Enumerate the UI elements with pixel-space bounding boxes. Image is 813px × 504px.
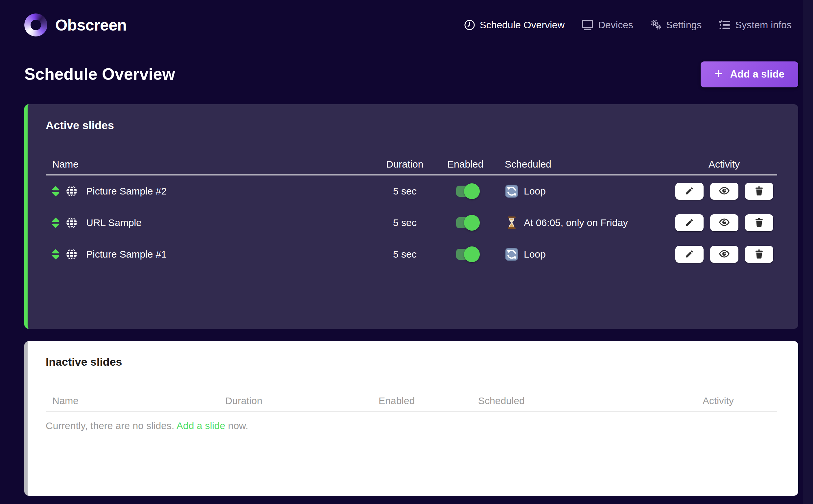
nav-item-schedule-overview[interactable]: Schedule Overview bbox=[464, 19, 565, 31]
slide-name: Picture Sample #1 bbox=[86, 249, 167, 260]
column-header-enabled: Enabled bbox=[379, 395, 478, 411]
add-a-slide-link[interactable]: Add a slide bbox=[176, 420, 225, 431]
title-row: Schedule Overview + Add a slide bbox=[24, 61, 798, 87]
preview-button[interactable] bbox=[710, 214, 738, 231]
globe-icon bbox=[66, 217, 78, 229]
enabled-toggle[interactable] bbox=[456, 217, 477, 228]
page-root: Obscreen Schedule Overview bbox=[0, 0, 813, 496]
globe-icon bbox=[66, 185, 78, 197]
trash-icon bbox=[755, 186, 763, 196]
column-header-activity: Activity bbox=[671, 159, 777, 174]
preview-button[interactable] bbox=[710, 246, 738, 263]
nav-item-system-infos[interactable]: System infos bbox=[719, 19, 792, 31]
inactive-table-header: Name Duration Enabled Scheduled Activity bbox=[46, 387, 777, 412]
slide-name: Picture Sample #2 bbox=[86, 186, 167, 197]
column-header-duration: Duration bbox=[386, 159, 447, 174]
nav-label: Settings bbox=[666, 19, 702, 31]
sort-arrows-icon[interactable] bbox=[52, 217, 60, 228]
column-header-scheduled: Scheduled bbox=[505, 159, 671, 174]
inactive-slides-title: Inactive slides bbox=[46, 355, 777, 368]
hourglass-icon bbox=[505, 216, 519, 229]
sort-arrows-icon[interactable] bbox=[52, 249, 60, 260]
enabled-toggle[interactable] bbox=[456, 186, 477, 197]
enabled-toggle[interactable] bbox=[456, 249, 477, 260]
pencil-icon bbox=[685, 186, 694, 196]
slide-name: URL Sample bbox=[86, 217, 142, 228]
loop-icon bbox=[505, 185, 519, 198]
pencil-icon bbox=[685, 218, 694, 228]
add-a-slide-label: Add a slide bbox=[730, 68, 784, 80]
edit-button[interactable] bbox=[675, 214, 704, 231]
preview-button[interactable] bbox=[710, 183, 738, 200]
trash-icon bbox=[755, 218, 763, 228]
eye-icon bbox=[719, 187, 730, 195]
gears-icon bbox=[650, 19, 662, 31]
empty-state: Currently, there are no slides. Add a sl… bbox=[46, 412, 777, 431]
clock-icon bbox=[464, 19, 475, 31]
table-row: Picture Sample #1 5 sec bbox=[46, 239, 777, 270]
nav-label: Schedule Overview bbox=[480, 19, 565, 31]
eye-icon bbox=[719, 250, 730, 259]
empty-state-text: now. bbox=[225, 420, 248, 431]
obscreen-logo-icon bbox=[24, 13, 47, 36]
column-header-duration: Duration bbox=[225, 395, 379, 411]
pencil-icon bbox=[685, 249, 694, 260]
checklist-icon bbox=[719, 20, 731, 30]
delete-button[interactable] bbox=[745, 214, 773, 231]
scrollbar-track[interactable] bbox=[803, 0, 813, 504]
active-slides-table: Name Duration Enabled Scheduled Activity bbox=[46, 150, 777, 270]
column-header-activity: Activity bbox=[703, 395, 777, 411]
page-title: Schedule Overview bbox=[24, 65, 175, 84]
schedule-label: Loop bbox=[524, 249, 546, 260]
main-nav: Schedule Overview Devices bbox=[464, 19, 792, 31]
app-header: Obscreen Schedule Overview bbox=[24, 0, 798, 37]
empty-state-text: Currently, there are no slides. bbox=[46, 420, 176, 431]
edit-button[interactable] bbox=[675, 183, 704, 200]
add-a-slide-button[interactable]: + Add a slide bbox=[701, 61, 798, 87]
column-header-scheduled: Scheduled bbox=[478, 395, 703, 411]
nav-item-devices[interactable]: Devices bbox=[582, 19, 633, 31]
table-row: Picture Sample #2 5 sec bbox=[46, 175, 777, 207]
trash-icon bbox=[755, 249, 763, 260]
column-header-enabled: Enabled bbox=[447, 159, 505, 174]
sort-arrows-icon[interactable] bbox=[52, 186, 60, 197]
schedule-label: Loop bbox=[524, 186, 546, 197]
nav-label: Devices bbox=[598, 19, 633, 31]
column-header-name: Name bbox=[46, 395, 225, 411]
loop-icon bbox=[505, 248, 519, 261]
brand-name: Obscreen bbox=[55, 16, 127, 34]
active-slides-title: Active slides bbox=[46, 119, 777, 132]
edit-button[interactable] bbox=[675, 246, 704, 263]
brand: Obscreen bbox=[24, 13, 127, 36]
slide-duration: 5 sec bbox=[386, 217, 447, 228]
monitor-icon bbox=[582, 19, 593, 31]
slide-duration: 5 sec bbox=[386, 249, 447, 260]
schedule-label: At 06:05, only on Friday bbox=[524, 217, 628, 228]
nav-item-settings[interactable]: Settings bbox=[650, 19, 702, 31]
globe-icon bbox=[66, 248, 78, 260]
plus-icon: + bbox=[714, 66, 723, 81]
nav-label: System infos bbox=[735, 19, 792, 31]
delete-button[interactable] bbox=[745, 183, 773, 200]
slide-duration: 5 sec bbox=[386, 186, 447, 197]
inactive-slides-panel: Inactive slides Name Duration Enabled Sc… bbox=[24, 341, 798, 496]
active-table-header: Name Duration Enabled Scheduled Activity bbox=[46, 150, 777, 175]
active-slides-panel: Active slides Name Duration Enabled Sche… bbox=[24, 104, 798, 329]
inactive-slides-table: Name Duration Enabled Scheduled Activity… bbox=[46, 387, 777, 431]
delete-button[interactable] bbox=[745, 246, 773, 263]
eye-icon bbox=[719, 218, 730, 227]
column-header-name: Name bbox=[46, 159, 386, 174]
table-row: URL Sample 5 sec bbox=[46, 207, 777, 239]
